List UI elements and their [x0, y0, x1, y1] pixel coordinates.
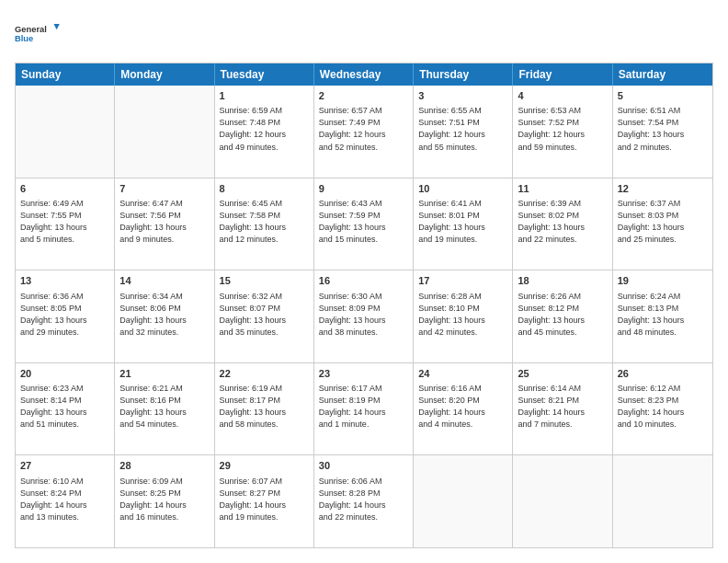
calendar-cell-3-7: 19Sunrise: 6:24 AM Sunset: 8:13 PM Dayli… — [613, 270, 712, 362]
calendar-cell-5-1: 27Sunrise: 6:10 AM Sunset: 8:24 PM Dayli… — [16, 455, 115, 547]
sun-info: Sunrise: 6:10 AM Sunset: 8:24 PM Dayligh… — [20, 476, 109, 523]
header-cell-sunday: Sunday — [16, 63, 115, 86]
sun-info: Sunrise: 6:45 AM Sunset: 7:58 PM Dayligh… — [220, 198, 309, 246]
calendar-cell-3-4: 16Sunrise: 6:30 AM Sunset: 8:09 PM Dayli… — [314, 270, 414, 362]
sun-info: Sunrise: 6:23 AM Sunset: 8:14 PM Dayligh… — [20, 383, 109, 431]
sun-info: Sunrise: 6:34 AM Sunset: 8:06 PM Dayligh… — [119, 291, 209, 339]
day-number: 26 — [618, 367, 708, 381]
calendar-cell-3-2: 14Sunrise: 6:34 AM Sunset: 8:06 PM Dayli… — [115, 270, 214, 362]
calendar-body: 1Sunrise: 6:59 AM Sunset: 7:48 PM Daylig… — [16, 86, 712, 547]
sun-info: Sunrise: 6:07 AM Sunset: 8:27 PM Dayligh… — [220, 476, 309, 523]
header-cell-friday: Friday — [513, 63, 612, 86]
calendar-cell-1-3: 1Sunrise: 6:59 AM Sunset: 7:48 PM Daylig… — [215, 86, 314, 178]
day-number: 11 — [518, 182, 607, 196]
day-number: 2 — [319, 89, 408, 103]
calendar-cell-4-6: 25Sunrise: 6:14 AM Sunset: 8:21 PM Dayli… — [513, 363, 612, 455]
calendar-cell-5-5 — [414, 455, 513, 547]
svg-text:General: General — [15, 25, 47, 34]
calendar: SundayMondayTuesdayWednesdayThursdayFrid… — [15, 63, 713, 548]
sun-info: Sunrise: 6:16 AM Sunset: 8:20 PM Dayligh… — [418, 383, 507, 431]
day-number: 28 — [119, 459, 209, 473]
day-number: 30 — [319, 459, 408, 473]
sun-info: Sunrise: 6:26 AM Sunset: 8:12 PM Dayligh… — [518, 291, 607, 339]
sun-info: Sunrise: 6:53 AM Sunset: 7:52 PM Dayligh… — [518, 105, 607, 153]
sun-info: Sunrise: 6:24 AM Sunset: 8:13 PM Dayligh… — [618, 291, 708, 339]
sun-info: Sunrise: 6:41 AM Sunset: 8:01 PM Dayligh… — [418, 198, 507, 246]
sun-info: Sunrise: 6:36 AM Sunset: 8:05 PM Dayligh… — [20, 291, 109, 339]
sun-info: Sunrise: 6:21 AM Sunset: 8:16 PM Dayligh… — [119, 383, 209, 431]
svg-text:Blue: Blue — [15, 34, 33, 43]
calendar-row-4: 20Sunrise: 6:23 AM Sunset: 8:14 PM Dayli… — [16, 363, 712, 456]
calendar-row-5: 27Sunrise: 6:10 AM Sunset: 8:24 PM Dayli… — [16, 455, 712, 547]
day-number: 21 — [119, 367, 209, 381]
calendar-cell-1-1 — [16, 86, 115, 178]
calendar-cell-2-3: 8Sunrise: 6:45 AM Sunset: 7:58 PM Daylig… — [215, 178, 314, 270]
logo: General Blue — [15, 15, 61, 52]
day-number: 27 — [20, 459, 109, 473]
sun-info: Sunrise: 6:49 AM Sunset: 7:55 PM Dayligh… — [20, 198, 109, 246]
calendar-cell-4-5: 24Sunrise: 6:16 AM Sunset: 8:20 PM Dayli… — [414, 363, 513, 455]
day-number: 7 — [119, 182, 209, 196]
calendar-cell-1-4: 2Sunrise: 6:57 AM Sunset: 7:49 PM Daylig… — [314, 86, 414, 178]
day-number: 5 — [618, 89, 708, 103]
day-number: 16 — [319, 274, 408, 288]
day-number: 20 — [20, 367, 109, 381]
header-cell-monday: Monday — [115, 63, 214, 86]
sun-info: Sunrise: 6:32 AM Sunset: 8:07 PM Dayligh… — [220, 291, 309, 339]
day-number: 15 — [220, 274, 309, 288]
calendar-cell-4-3: 22Sunrise: 6:19 AM Sunset: 8:17 PM Dayli… — [215, 363, 314, 455]
calendar-cell-4-7: 26Sunrise: 6:12 AM Sunset: 8:23 PM Dayli… — [613, 363, 712, 455]
calendar-cell-4-2: 21Sunrise: 6:21 AM Sunset: 8:16 PM Dayli… — [115, 363, 214, 455]
day-number: 14 — [119, 274, 209, 288]
header-cell-tuesday: Tuesday — [215, 63, 314, 86]
svg-marker-2 — [54, 24, 60, 29]
sun-info: Sunrise: 6:43 AM Sunset: 7:59 PM Dayligh… — [319, 198, 408, 246]
calendar-cell-3-3: 15Sunrise: 6:32 AM Sunset: 8:07 PM Dayli… — [215, 270, 314, 362]
day-number: 13 — [20, 274, 109, 288]
day-number: 4 — [518, 89, 607, 103]
sun-info: Sunrise: 6:06 AM Sunset: 8:28 PM Dayligh… — [319, 476, 408, 523]
calendar-cell-5-4: 30Sunrise: 6:06 AM Sunset: 8:28 PM Dayli… — [314, 455, 414, 547]
sun-info: Sunrise: 6:47 AM Sunset: 7:56 PM Dayligh… — [119, 198, 209, 246]
calendar-cell-3-6: 18Sunrise: 6:26 AM Sunset: 8:12 PM Dayli… — [513, 270, 612, 362]
sun-info: Sunrise: 6:51 AM Sunset: 7:54 PM Dayligh… — [618, 105, 708, 153]
header-cell-thursday: Thursday — [414, 63, 513, 86]
day-number: 24 — [418, 367, 507, 381]
sun-info: Sunrise: 6:14 AM Sunset: 8:21 PM Dayligh… — [518, 383, 607, 431]
calendar-cell-5-6 — [513, 455, 612, 547]
sun-info: Sunrise: 6:28 AM Sunset: 8:10 PM Dayligh… — [418, 291, 507, 339]
day-number: 6 — [20, 182, 109, 196]
day-number: 22 — [220, 367, 309, 381]
calendar-cell-1-7: 5Sunrise: 6:51 AM Sunset: 7:54 PM Daylig… — [613, 86, 712, 178]
calendar-cell-2-2: 7Sunrise: 6:47 AM Sunset: 7:56 PM Daylig… — [115, 178, 214, 270]
calendar-row-2: 6Sunrise: 6:49 AM Sunset: 7:55 PM Daylig… — [16, 178, 712, 271]
sun-info: Sunrise: 6:39 AM Sunset: 8:02 PM Dayligh… — [518, 198, 607, 246]
sun-info: Sunrise: 6:59 AM Sunset: 7:48 PM Dayligh… — [220, 105, 309, 153]
day-number: 17 — [418, 274, 507, 288]
calendar-cell-2-5: 10Sunrise: 6:41 AM Sunset: 8:01 PM Dayli… — [414, 178, 513, 270]
calendar-cell-2-7: 12Sunrise: 6:37 AM Sunset: 8:03 PM Dayli… — [613, 178, 712, 270]
calendar-row-3: 13Sunrise: 6:36 AM Sunset: 8:05 PM Dayli… — [16, 270, 712, 363]
calendar-cell-2-4: 9Sunrise: 6:43 AM Sunset: 7:59 PM Daylig… — [314, 178, 414, 270]
day-number: 18 — [518, 274, 607, 288]
day-number: 1 — [220, 89, 309, 103]
day-number: 3 — [418, 89, 507, 103]
calendar-cell-1-5: 3Sunrise: 6:55 AM Sunset: 7:51 PM Daylig… — [414, 86, 513, 178]
calendar-cell-1-6: 4Sunrise: 6:53 AM Sunset: 7:52 PM Daylig… — [513, 86, 612, 178]
calendar-cell-2-6: 11Sunrise: 6:39 AM Sunset: 8:02 PM Dayli… — [513, 178, 612, 270]
sun-info: Sunrise: 6:57 AM Sunset: 7:49 PM Dayligh… — [319, 105, 408, 153]
sun-info: Sunrise: 6:37 AM Sunset: 8:03 PM Dayligh… — [618, 198, 708, 246]
calendar-row-1: 1Sunrise: 6:59 AM Sunset: 7:48 PM Daylig… — [16, 86, 712, 178]
sun-info: Sunrise: 6:17 AM Sunset: 8:19 PM Dayligh… — [319, 383, 408, 431]
calendar-cell-3-5: 17Sunrise: 6:28 AM Sunset: 8:10 PM Dayli… — [414, 270, 513, 362]
day-number: 25 — [518, 367, 607, 381]
sun-info: Sunrise: 6:19 AM Sunset: 8:17 PM Dayligh… — [220, 383, 309, 431]
day-number: 8 — [220, 182, 309, 196]
logo-svg: General Blue — [15, 15, 61, 52]
page: General Blue SundayMondayTuesdayWednesda… — [0, 0, 728, 563]
calendar-cell-5-2: 28Sunrise: 6:09 AM Sunset: 8:25 PM Dayli… — [115, 455, 214, 547]
calendar-cell-1-2 — [115, 86, 214, 178]
day-number: 23 — [319, 367, 408, 381]
header-cell-wednesday: Wednesday — [314, 63, 414, 86]
calendar-header: SundayMondayTuesdayWednesdayThursdayFrid… — [16, 63, 712, 86]
